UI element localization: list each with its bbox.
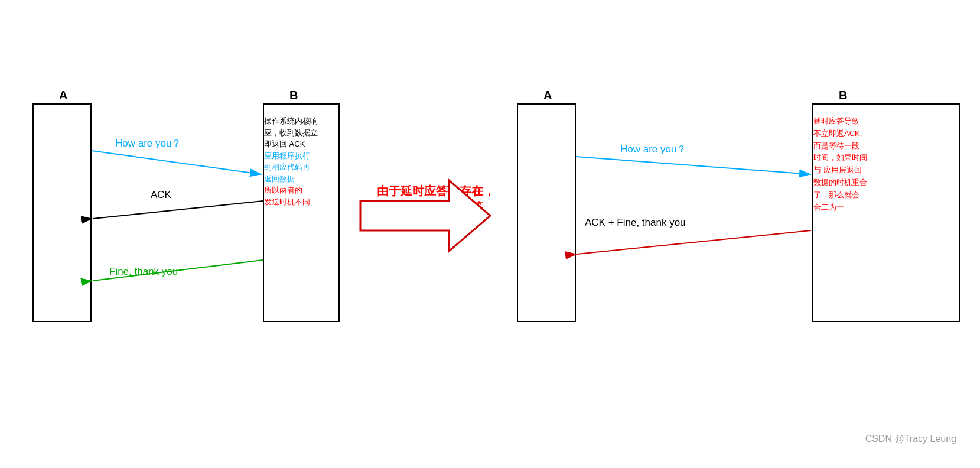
- b-left-line5: 到相应代码再: [264, 162, 310, 171]
- diagram-container: A B 操作系统内核响 应，收到数据立 即返回 ACK 应用程序执行 到相应代码…: [0, 0, 980, 468]
- ack-arrow-left: [93, 201, 263, 219]
- b-left-line8: 发送时机不同: [264, 197, 310, 206]
- box-a-left: [32, 103, 92, 322]
- middle-text-line1: 由于延时应答的存在，: [377, 183, 495, 199]
- b-right-line4: 时间，如果时间: [813, 153, 867, 162]
- b-right-line3: 而是等待一段: [813, 141, 859, 150]
- label-a-left: A: [59, 89, 67, 102]
- b-left-line4: 应用程序执行: [264, 151, 310, 160]
- b-left-line7: 所以两者的: [264, 186, 302, 194]
- b-content-left: 操作系统内核响 应，收到数据立 即返回 ACK 应用程序执行 到相应代码再 返回…: [264, 115, 338, 207]
- b-content-right: 延时应答导致 不立即返ACK, 而是等待一段 时间，如果时间 与 应用层返回 数…: [813, 115, 959, 213]
- b-right-line6: 数据的时机重合: [813, 178, 867, 187]
- b-right-line2: 不立即返ACK,: [813, 129, 862, 138]
- ack-text-left: ACK: [151, 189, 172, 200]
- b-right-line7: 了，那么就会: [813, 190, 859, 199]
- b-left-line6: 返回数据: [264, 174, 295, 183]
- b-left-line1: 操作系统内核响: [264, 116, 318, 125]
- middle-arrow-area: 由于延时应答的存在， 就会引发捎带应答: [377, 183, 495, 215]
- b-right-line5: 与 应用层返回: [813, 165, 862, 174]
- how-are-you-text-left: How are you？: [115, 138, 181, 149]
- label-b-left: B: [289, 89, 298, 102]
- watermark: CSDN @Tracy Leung: [865, 434, 956, 444]
- label-a-right: A: [543, 89, 552, 102]
- label-b-right: B: [839, 89, 847, 102]
- b-right-line8: 合二为一: [813, 203, 844, 212]
- b-right-line1: 延时应答导致: [813, 116, 859, 125]
- fine-arrow-left: [93, 260, 263, 281]
- how-are-you-arrow-right: [576, 157, 811, 174]
- ack-fine-text-right: ACK + Fine, thank you: [585, 217, 686, 228]
- b-left-line2: 应，收到数据立: [264, 128, 318, 137]
- box-a-right: [517, 103, 576, 322]
- fine-text-left: Fine, thank you: [109, 266, 178, 277]
- how-are-you-text-right: How are you？: [620, 144, 686, 155]
- middle-text-line2: 就会引发捎带应答: [377, 199, 495, 215]
- ack-fine-arrow-right: [577, 230, 811, 254]
- how-are-you-arrow-left: [92, 151, 262, 174]
- b-left-line3: 即返回 ACK: [264, 139, 305, 148]
